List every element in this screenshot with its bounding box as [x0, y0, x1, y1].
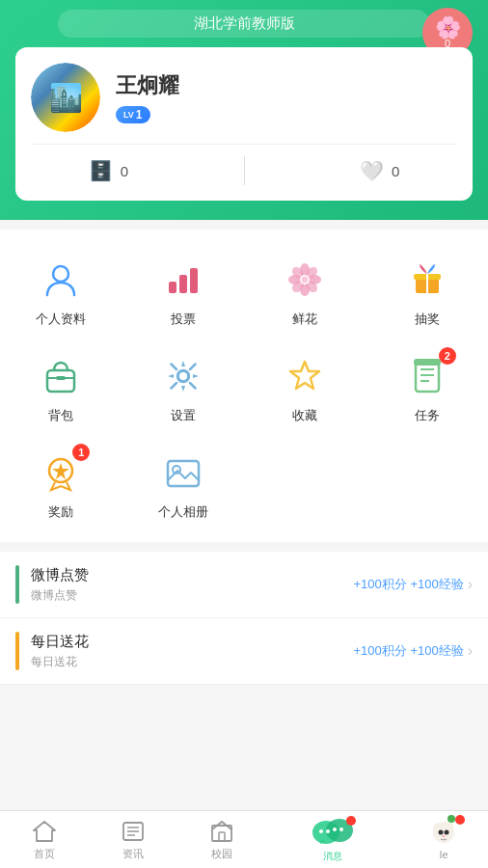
reward-badge: 1: [72, 444, 90, 461]
task-item-weibo[interactable]: 微博点赞 微博点赞 +100积分 +100经验 ›: [0, 552, 488, 618]
menu-item-album[interactable]: 个人相册: [122, 438, 245, 534]
flower-icon: [285, 260, 324, 299]
menu-label-task: 任务: [415, 407, 440, 424]
svg-point-51: [445, 830, 449, 835]
menu-label-collect: 收藏: [292, 407, 317, 424]
svg-point-46: [346, 816, 356, 826]
task-content-weibo: 微博点赞 微博点赞: [31, 566, 353, 604]
svg-rect-1: [169, 282, 176, 293]
nav-label-chat: 消息: [323, 850, 342, 863]
task-item-daily-flower[interactable]: 每日送花 每日送花 +100积分 +100经验 ›: [0, 618, 488, 685]
menu-icon-wrap-settings: [158, 351, 208, 401]
profile-icon: [41, 260, 80, 299]
menu-item-task[interactable]: 2 任务: [366, 341, 489, 438]
user-info: 王炯耀 LV 1: [116, 71, 179, 123]
profile-top: 🏙️ 王炯耀 LV 1: [31, 63, 457, 132]
menu-item-flower[interactable]: 鲜花: [244, 245, 366, 341]
task-icon: [408, 357, 447, 395]
menu-label-bag: 背包: [48, 407, 73, 424]
task-bar-weibo: [15, 565, 19, 604]
stat-divider: [244, 156, 245, 185]
menu-icon-wrap-album: [158, 448, 208, 498]
settings-icon: [164, 357, 203, 395]
menu-item-bag[interactable]: 背包: [0, 341, 122, 438]
nav-spacer: [0, 685, 488, 752]
task-reward-daily: +100积分 +100经验: [353, 642, 463, 660]
task-chevron-daily: ›: [468, 642, 473, 660]
task-bar-daily: [15, 632, 19, 670]
svg-point-45: [339, 827, 343, 831]
svg-point-22: [178, 371, 188, 381]
coin-stat: 🗄️ 0: [89, 159, 128, 182]
flower-icon: 🌸: [435, 17, 461, 39]
task-badge: 2: [439, 347, 456, 365]
menu-icon-wrap-reward: 1: [36, 448, 86, 498]
svg-point-50: [439, 830, 444, 835]
nav-item-chat[interactable]: 消息: [266, 816, 399, 863]
menu-item-collect[interactable]: 收藏: [244, 341, 366, 438]
svg-point-14: [302, 277, 309, 284]
svg-rect-18: [47, 370, 74, 392]
menu-item-vote[interactable]: 投票: [122, 245, 245, 341]
profile-card: 🏙️ 王炯耀 LV 1 🗄️ 0 🤍 0: [15, 47, 473, 201]
nav-item-mine[interactable]: Ie: [399, 819, 488, 860]
level-badge: LV 1: [116, 106, 150, 123]
menu-label-settings: 设置: [171, 407, 196, 424]
bag-icon: [41, 357, 80, 395]
menu-item-settings[interactable]: 设置: [122, 341, 245, 438]
menu-label-album: 个人相册: [158, 503, 208, 521]
menu-item-prize[interactable]: 抽奖: [366, 245, 489, 341]
menu-item-reward[interactable]: 1 奖励: [0, 438, 122, 534]
nav-item-campus[interactable]: 校园: [177, 819, 266, 861]
nav-item-home[interactable]: 首页: [0, 819, 89, 861]
bottom-nav: 首页 资讯 校园: [0, 810, 488, 868]
svg-point-52: [443, 835, 446, 838]
menu-icon-wrap-collect: [280, 351, 330, 401]
mine-icon-wrap: [426, 819, 461, 846]
svg-point-43: [326, 829, 330, 833]
menu-item-profile[interactable]: 个人资料: [0, 245, 122, 341]
task-chevron-weibo: ›: [468, 576, 473, 593]
vote-icon: [164, 260, 203, 299]
svg-rect-28: [414, 359, 441, 366]
menu-icon-wrap-profile: [36, 255, 86, 305]
svg-rect-2: [179, 275, 187, 293]
reward-icon: [41, 453, 80, 492]
svg-point-44: [333, 827, 337, 831]
campus-icon: [209, 819, 234, 844]
coin-count: 0: [121, 163, 128, 179]
menu-label-reward: 奖励: [48, 503, 73, 521]
mine-icon: [427, 819, 460, 846]
svg-point-0: [53, 266, 68, 282]
task-title-daily: 每日送花: [31, 633, 353, 651]
menu-label-flower: 鲜花: [292, 311, 317, 328]
task-sub-daily: 每日送花: [31, 654, 353, 670]
prize-icon: [408, 260, 447, 299]
heart-stat: 🤍 0: [360, 159, 399, 182]
mine-badge-green: [447, 815, 455, 823]
svg-rect-20: [56, 376, 66, 380]
app-title: 湖北学前教师版: [58, 10, 430, 38]
svg-rect-39: [219, 832, 225, 841]
svg-marker-30: [52, 463, 69, 479]
task-content-daily: 每日送花 每日送花: [31, 633, 353, 670]
avatar: 🏙️: [31, 63, 100, 132]
svg-rect-3: [190, 268, 198, 293]
svg-rect-31: [168, 461, 199, 486]
menu-icon-wrap-vote: [158, 255, 208, 305]
menu-grid: 个人资料 投票: [0, 245, 488, 534]
menu-icon-wrap-flower: [280, 255, 330, 305]
svg-marker-33: [34, 822, 55, 841]
svg-marker-23: [290, 362, 319, 389]
nav-logo-wrap: [308, 816, 358, 847]
user-name: 王炯耀: [116, 71, 179, 100]
nav-item-news[interactable]: 资讯: [89, 819, 177, 861]
mine-badge: [455, 815, 465, 825]
lv-number: 1: [136, 108, 143, 122]
menu-icon-wrap-task: 2: [402, 351, 452, 401]
news-icon: [121, 819, 146, 844]
task-section: 微博点赞 微博点赞 +100积分 +100经验 › 每日送花 每日送花 +100…: [0, 552, 488, 685]
menu-section: 个人资料 投票: [0, 230, 488, 542]
task-reward-weibo: +100积分 +100经验: [353, 576, 463, 593]
menu-label-profile: 个人资料: [36, 311, 86, 328]
